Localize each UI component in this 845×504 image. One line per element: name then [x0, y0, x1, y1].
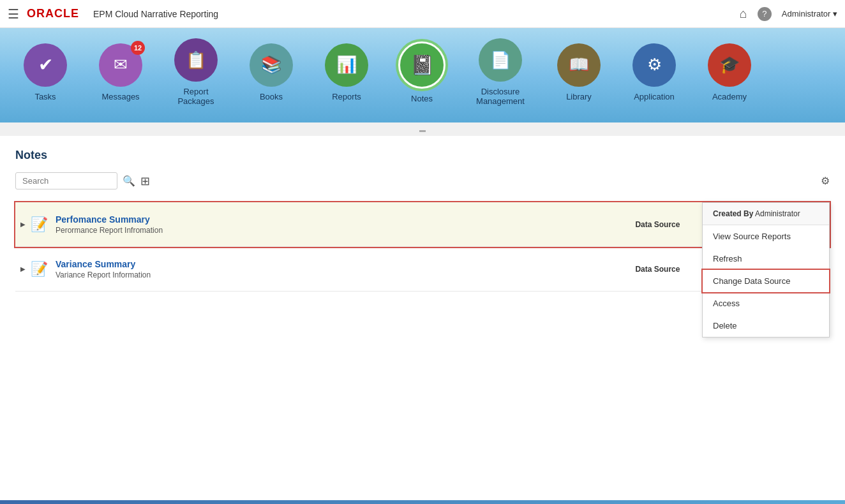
- nav-item-reports[interactable]: 📊 Reports: [311, 31, 382, 120]
- nav-circle-academy: 🎓: [708, 43, 751, 87]
- nav-circle-report-packages: 📋: [174, 38, 218, 82]
- filter-icon[interactable]: ⊞: [140, 174, 150, 188]
- nav-circle-messages: ✉ 12: [99, 43, 142, 87]
- nav-item-disclosure-management[interactable]: 📄 Disclosure Management: [462, 31, 539, 120]
- nav-circle-notes: 📓: [398, 41, 445, 89]
- nav-item-books[interactable]: 📚 Books: [236, 31, 306, 120]
- data-source-group-1: Data Source: [635, 220, 680, 229]
- nav-label-reports: Reports: [332, 92, 361, 101]
- context-menu-item-view-source-reports[interactable]: View Source Reports: [703, 225, 829, 248]
- data-source-label-2: Data Source: [635, 265, 680, 274]
- user-menu[interactable]: Administrator ▾: [782, 9, 837, 19]
- context-menu-item-access[interactable]: Access: [703, 292, 829, 315]
- nav-label-report-packages: Report Packages: [167, 87, 225, 106]
- note-icon-2: 📝: [31, 261, 48, 278]
- nav-label-messages: Messages: [101, 92, 139, 101]
- nav-item-library[interactable]: 📖 Library: [544, 31, 614, 120]
- search-input[interactable]: [15, 172, 117, 189]
- messages-badge: 12: [131, 41, 145, 55]
- app-title: EPM Cloud Narrative Reporting: [93, 9, 218, 19]
- oracle-logo: ORACLE: [27, 7, 79, 20]
- note-subtitle-1: Perormance Report Infromation: [56, 226, 635, 235]
- nav-circle-books: 📚: [250, 43, 293, 87]
- note-subtitle-2: Variance Report Information: [56, 271, 635, 279]
- top-right-controls: ⌂ ? Administrator ▾: [740, 6, 837, 21]
- nav-item-report-packages[interactable]: 📋 Report Packages: [161, 31, 231, 120]
- table-row[interactable]: ▶ 📝 Perfomance Summary Perormance Report…: [15, 202, 830, 247]
- nav-label-academy: Academy: [712, 92, 747, 101]
- context-created-by-value: Administrator: [755, 209, 800, 218]
- notes-table: ▶ 📝 Perfomance Summary Perormance Report…: [15, 202, 830, 292]
- hamburger-menu[interactable]: ☰: [8, 6, 19, 22]
- note-icon-1: 📝: [31, 216, 48, 233]
- data-source-group-2: Data Source: [635, 265, 680, 274]
- help-icon[interactable]: ?: [758, 7, 772, 21]
- note-title-2: Variance Summary: [56, 259, 635, 269]
- main-content: Notes 🔍 ⊞ ⚙ ▶ 📝 Perfomance Summary Peror…: [0, 136, 845, 304]
- note-title-1: Perfomance Summary: [56, 214, 635, 225]
- nav-circle-tasks: ✔: [24, 43, 67, 87]
- nav-label-library: Library: [566, 92, 592, 101]
- nav-circle-reports: 📊: [325, 43, 368, 87]
- nav-label-disclosure-management: Disclosure Management: [465, 87, 535, 106]
- note-info-2: Variance Summary Variance Report Informa…: [56, 259, 635, 279]
- nav-label-books: Books: [260, 92, 283, 101]
- nav-circle-disclosure-management: 📄: [479, 38, 522, 82]
- context-menu-item-change-data-source[interactable]: Change Data Source: [703, 270, 829, 292]
- home-icon[interactable]: ⌂: [740, 6, 747, 21]
- top-bar: ☰ ORACLE EPM Cloud Narrative Reporting ⌂…: [0, 0, 845, 28]
- expand-arrow-2[interactable]: ▶: [20, 265, 26, 272]
- nav-item-academy[interactable]: 🎓 Academy: [694, 31, 765, 120]
- context-menu: Created By Administrator View Source Rep…: [702, 202, 830, 337]
- context-menu-item-refresh[interactable]: Refresh: [703, 248, 829, 270]
- context-created-by-label: Created By: [713, 209, 753, 218]
- nav-item-notes[interactable]: 📓 Notes: [387, 31, 457, 120]
- nav-label-application: Application: [634, 92, 675, 101]
- note-info-1: Perfomance Summary Perormance Report Inf…: [56, 214, 635, 235]
- expand-arrow-1[interactable]: ▶: [20, 221, 26, 228]
- bottom-bar: [0, 500, 845, 504]
- nav-bar: ✔ Tasks ✉ 12 Messages 📋 Report Packages …: [0, 28, 845, 122]
- nav-item-application[interactable]: ⚙ Application: [619, 31, 689, 120]
- nav-circle-application: ⚙: [632, 43, 676, 87]
- page-title: Notes: [15, 149, 830, 162]
- nav-label-tasks: Tasks: [34, 92, 56, 101]
- context-menu-header: Created By Administrator: [703, 203, 829, 225]
- nav-circle-library: 📖: [557, 43, 601, 87]
- data-source-label-1: Data Source: [635, 220, 680, 229]
- nav-label-notes: Notes: [411, 94, 433, 103]
- search-bar: 🔍 ⊞ ⚙: [15, 172, 830, 189]
- settings-icon[interactable]: ⚙: [821, 175, 830, 187]
- context-menu-item-delete[interactable]: Delete: [703, 315, 829, 337]
- search-icon[interactable]: 🔍: [123, 175, 135, 187]
- nav-item-messages[interactable]: ✉ 12 Messages: [86, 31, 156, 120]
- nav-item-tasks[interactable]: ✔ Tasks: [10, 31, 80, 120]
